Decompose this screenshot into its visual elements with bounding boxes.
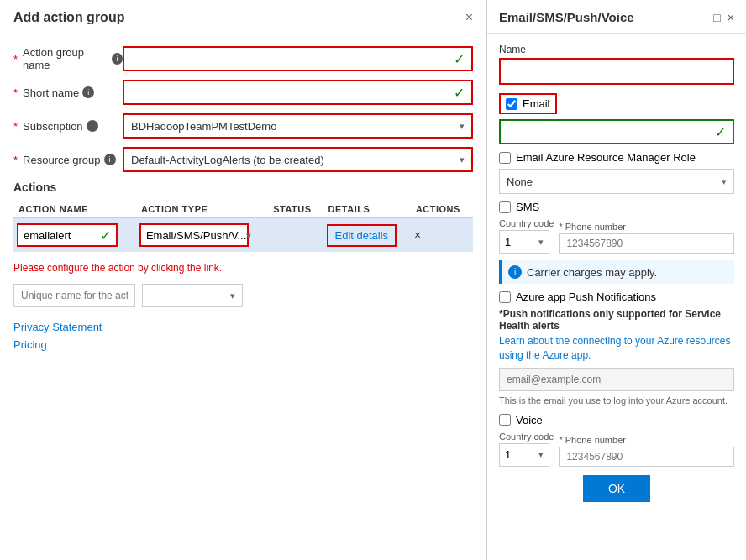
voice-country-code-label: Country code	[499, 432, 554, 442]
push-email-input[interactable]	[499, 368, 734, 391]
short-name-info-icon[interactable]: i	[82, 86, 94, 98]
right-header-icons: □ ×	[713, 11, 734, 24]
add-action-group-panel: Add action group × * Action group name i…	[0, 0, 487, 560]
azure-push-label: Azure app Push Notifications	[516, 290, 656, 303]
short-name-row: * Short name i Example ✓	[13, 80, 473, 105]
email-checkbox[interactable]	[506, 98, 517, 110]
action-group-name-label: * Action group name i	[13, 46, 123, 71]
carrier-info-icon: i	[508, 265, 522, 279]
email-input[interactable]: email@example.com	[507, 126, 715, 139]
azure-push-row: Azure app Push Notifications	[499, 290, 734, 303]
add-action-type-select[interactable]: ▾	[142, 284, 243, 307]
action-group-name-checkmark: ✓	[454, 51, 465, 67]
left-panel-content: * Action group name i Example Action Gro…	[0, 34, 486, 560]
ok-button[interactable]: OK	[583, 475, 650, 502]
action-group-name-input[interactable]: Example Action Group	[131, 53, 454, 65]
actions-table: ACTION NAME ACTION TYPE STATUS DETAILS A…	[13, 201, 473, 252]
sms-country-code-value: 1	[505, 236, 511, 249]
subscription-label: * Subscription i	[13, 120, 123, 133]
short-name-input-container: Example ✓	[123, 80, 473, 105]
resource-group-info-icon[interactable]: i	[104, 154, 116, 165]
col-actions: ACTIONS	[411, 201, 473, 218]
col-action-type: ACTION TYPE	[136, 201, 268, 218]
azure-push-checkbox[interactable]	[499, 291, 511, 303]
email-checkbox-label: Email	[523, 97, 550, 110]
email-checkbox-row: Email	[499, 93, 557, 114]
voice-country-code-value: 1	[505, 448, 511, 461]
right-panel-content: Name Example User Email email@example.co…	[487, 34, 746, 560]
push-link[interactable]: Learn about tne connecting to your Azure…	[499, 334, 734, 363]
sms-country-code-select[interactable]: 1 ▾	[499, 230, 549, 254]
minimize-button[interactable]: □	[713, 11, 720, 24]
voice-country-chevron-icon: ▾	[538, 449, 544, 460]
carrier-message: Carrier charges may apply.	[527, 266, 657, 279]
subscription-select[interactable]: BDHadoopTeamPMTestDemo ▾	[123, 113, 473, 139]
table-header-row: ACTION NAME ACTION TYPE STATUS DETAILS A…	[13, 201, 473, 218]
col-details: DETAILS	[323, 201, 411, 218]
push-help-text: This is the email you use to log into yo…	[499, 395, 734, 407]
subscription-chevron-icon: ▾	[460, 121, 465, 132]
sms-phone-number-label: * Phone number	[559, 222, 734, 232]
action-name-checkmark: ✓	[100, 228, 111, 243]
col-status: STATUS	[268, 201, 323, 218]
email-azure-role-select[interactable]: None ▾	[499, 169, 734, 194]
resource-group-row: * Resource group i Default-ActivityLogAl…	[13, 147, 473, 172]
sms-phone-input[interactable]	[559, 233, 734, 254]
pricing-link[interactable]: Pricing	[13, 338, 473, 351]
email-sms-push-voice-panel: Email/SMS/Push/Voice □ × Name Example Us…	[487, 0, 746, 560]
right-panel-header: Email/SMS/Push/Voice □ ×	[487, 0, 746, 34]
sms-phone-group: Country code 1 ▾ * Phone number	[499, 218, 734, 254]
voice-country-code-select[interactable]: 1 ▾	[499, 443, 549, 467]
voice-checkbox-row: Voice	[499, 414, 734, 427]
action-status-cell	[268, 218, 323, 253]
action-group-name-row: * Action group name i Example Action Gro…	[13, 46, 473, 71]
action-name-input[interactable]: emailalert ✓	[17, 223, 118, 247]
voice-checkbox[interactable]	[499, 414, 511, 426]
sms-checkbox[interactable]	[499, 201, 511, 213]
subscription-value: BDHadoopTeamPMTestDemo	[131, 120, 276, 133]
push-note: *Push notifications only supported for S…	[499, 308, 734, 332]
actions-section-title: Actions	[13, 181, 473, 194]
edit-details-link[interactable]: Edit details	[327, 224, 397, 247]
short-name-input[interactable]: Example	[131, 86, 454, 99]
email-input-container: email@example.com ✓	[499, 119, 734, 144]
right-close-button[interactable]: ×	[728, 11, 734, 24]
email-azure-role-value: None	[507, 175, 533, 188]
left-close-button[interactable]: ×	[465, 10, 473, 25]
action-name-value: emailalert	[24, 229, 71, 242]
name-input[interactable]: Example User	[506, 60, 728, 83]
right-panel-title: Email/SMS/Push/Voice	[499, 10, 634, 24]
name-field-label: Name	[499, 44, 734, 55]
action-type-chevron-icon: ▾	[246, 230, 251, 241]
delete-action-button[interactable]: ×	[414, 228, 421, 242]
email-azure-role-row: Email Azure Resource Manager Role	[499, 151, 734, 164]
add-action-type-chevron-icon: ▾	[230, 290, 235, 301]
action-group-name-info-icon[interactable]: i	[112, 53, 123, 65]
email-azure-role-label: Email Azure Resource Manager Role	[516, 151, 696, 164]
voice-phone-number-label: * Phone number	[559, 435, 734, 445]
action-type-value: Email/SMS/Push/V...	[146, 229, 246, 242]
carrier-info-box: i Carrier charges may apply.	[499, 260, 734, 284]
privacy-statement-link[interactable]: Privacy Statement	[13, 321, 473, 333]
resource-group-value: Default-ActivityLogAlerts (to be created…	[131, 154, 324, 166]
name-input-container: Example User	[499, 58, 734, 85]
sms-checkbox-row: SMS	[499, 201, 734, 213]
add-action-name-input[interactable]	[13, 284, 135, 307]
col-action-name: ACTION NAME	[13, 201, 136, 218]
voice-phone-group: Country code 1 ▾ * Phone number	[499, 432, 734, 467]
resource-group-label: * Resource group i	[13, 154, 123, 166]
resource-group-select[interactable]: Default-ActivityLogAlerts (to be created…	[123, 147, 473, 172]
action-type-select[interactable]: Email/SMS/Push/V... ▾	[139, 223, 249, 247]
sms-country-chevron-icon: ▾	[538, 237, 544, 248]
subscription-info-icon[interactable]: i	[87, 120, 98, 132]
action-group-name-input-container: Example Action Group ✓	[123, 46, 473, 71]
sms-label: SMS	[516, 201, 539, 213]
sms-country-code-label: Country code	[499, 218, 554, 228]
voice-phone-input[interactable]	[559, 447, 734, 467]
add-action-row: ▾	[13, 284, 473, 307]
email-azure-role-checkbox[interactable]	[499, 152, 511, 164]
table-row: emailalert ✓ Email/SMS/Push/V... ▾	[13, 218, 473, 253]
email-azure-role-chevron-icon: ▾	[722, 176, 727, 187]
voice-label: Voice	[516, 414, 543, 427]
subscription-row: * Subscription i BDHadoopTeamPMTestDemo …	[13, 113, 473, 139]
